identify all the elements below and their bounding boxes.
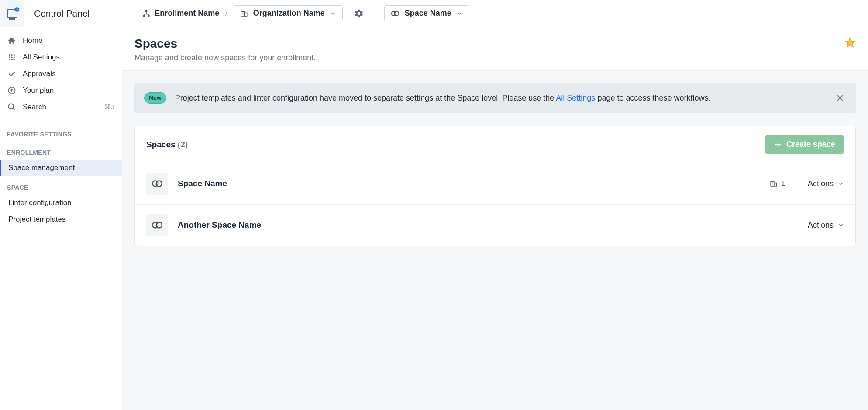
svg-point-11 <box>14 54 15 56</box>
sidebar-item-label: Your plan <box>23 86 54 95</box>
arrow-up-circle-icon <box>7 86 17 95</box>
breadcrumb-enrollment-label: Enrollment Name <box>155 9 219 18</box>
sidebar-item-label: Linter configuration <box>8 198 72 207</box>
breadcrumb: Enrollment Name / Organization Name Spac… <box>136 5 469 21</box>
space-name[interactable]: Another Space Name <box>178 220 798 230</box>
svg-marker-22 <box>845 38 855 47</box>
divider <box>2 120 115 120</box>
space-icon <box>391 10 400 17</box>
breadcrumb-organization-label: Organization Name <box>253 9 325 18</box>
space-row: Another Space Name Actions <box>135 205 855 246</box>
create-space-button[interactable]: Create space <box>765 135 844 154</box>
close-icon <box>836 94 844 102</box>
favorite-button[interactable] <box>844 37 856 48</box>
breadcrumb-enrollment[interactable]: Enrollment Name <box>142 9 219 18</box>
sidebar-heading-space: SPACE <box>0 176 122 195</box>
app-title: Control Panel <box>24 8 99 19</box>
sidebar-item-search[interactable]: Search ⌘J <box>0 99 122 115</box>
svg-point-12 <box>9 56 10 58</box>
organization-icon <box>240 10 248 17</box>
check-icon <box>7 69 17 78</box>
org-count: 1 <box>770 179 785 188</box>
main: Spaces Manage and create new spaces for … <box>122 27 868 410</box>
actions-menu[interactable]: Actions <box>808 221 844 230</box>
svg-point-16 <box>11 59 12 60</box>
org-count-value: 1 <box>781 179 785 188</box>
svg-rect-30 <box>774 183 776 187</box>
gear-icon <box>14 7 20 13</box>
sidebar-item-label: Project templates <box>8 215 65 223</box>
sidebar-item-your-plan[interactable]: Your plan <box>0 82 122 99</box>
svg-point-17 <box>14 59 15 60</box>
chevron-down-icon <box>330 10 336 17</box>
sidebar-heading-enrollment: ENROLLMENT <box>0 141 122 160</box>
svg-rect-0 <box>145 10 148 12</box>
chevron-down-icon <box>838 181 844 187</box>
actions-label: Actions <box>808 221 834 230</box>
breadcrumb-space[interactable]: Space Name <box>384 5 469 21</box>
sidebar-item-all-settings[interactable]: All Settings <box>0 49 122 66</box>
svg-line-21 <box>13 108 15 110</box>
close-button[interactable] <box>834 92 846 104</box>
sidebar-item-space-management[interactable]: Space management <box>0 160 122 176</box>
actions-label: Actions <box>808 179 834 188</box>
home-icon <box>7 36 17 45</box>
svg-point-34 <box>156 222 162 228</box>
grid-icon <box>7 53 17 61</box>
actions-menu[interactable]: Actions <box>808 179 844 188</box>
breadcrumb-separator: / <box>225 10 227 17</box>
panel-title: Spaces (2) <box>146 140 188 149</box>
sidebar-item-label: Space management <box>8 163 75 172</box>
notice-text: Project templates and linter configurati… <box>175 92 825 104</box>
svg-point-13 <box>11 56 12 58</box>
panel-count: (2) <box>178 140 188 149</box>
space-icon <box>146 173 168 195</box>
breadcrumb-space-label: Space Name <box>405 9 451 18</box>
svg-point-28 <box>156 181 162 187</box>
sidebar: Home All Settings Approvals Your plan Se… <box>0 27 122 410</box>
svg-rect-2 <box>148 15 150 17</box>
topbar: Control Panel Enrollment Name / Organiza… <box>0 0 868 27</box>
sidebar-item-project-templates[interactable]: Project templates <box>0 211 122 228</box>
svg-point-20 <box>9 104 14 109</box>
sitemap-icon <box>142 10 150 17</box>
app-logo[interactable] <box>0 0 24 27</box>
svg-point-9 <box>9 54 10 56</box>
page-header: Spaces Manage and create new spaces for … <box>122 27 868 70</box>
panel-header: Spaces (2) Create space <box>135 126 855 163</box>
svg-rect-4 <box>245 13 247 16</box>
svg-rect-1 <box>143 15 145 17</box>
search-icon <box>7 103 17 111</box>
space-row: Space Name 1 Actions <box>135 163 855 205</box>
organization-icon <box>770 180 778 188</box>
space-name[interactable]: Space Name <box>178 179 760 188</box>
page-title: Spaces <box>134 37 316 51</box>
svg-point-14 <box>14 56 15 58</box>
create-space-label: Create space <box>786 140 835 149</box>
svg-point-10 <box>11 54 12 56</box>
spaces-panel: Spaces (2) Create space Space Name <box>134 126 856 246</box>
sidebar-item-home[interactable]: Home <box>0 32 122 49</box>
chevron-down-icon <box>838 222 844 228</box>
sidebar-item-label: Search <box>23 103 46 111</box>
svg-point-15 <box>9 59 10 60</box>
space-icon <box>146 214 168 236</box>
page-subtitle: Manage and create new spaces for your en… <box>134 53 316 63</box>
sidebar-heading-favorites: FAVORITE SETTINGS <box>0 123 122 141</box>
info-notice: New Project templates and linter configu… <box>134 83 856 113</box>
breadcrumb-organization[interactable]: Organization Name <box>234 5 343 21</box>
plus-icon <box>774 141 782 149</box>
sidebar-item-approvals[interactable]: Approvals <box>0 66 122 82</box>
sidebar-item-label: All Settings <box>23 53 60 62</box>
chevron-down-icon <box>457 10 463 17</box>
sidebar-item-label: Home <box>23 36 42 45</box>
all-settings-link[interactable]: All Settings <box>556 94 595 102</box>
divider <box>129 5 129 22</box>
svg-point-8 <box>394 11 399 16</box>
new-badge: New <box>144 92 166 104</box>
keyboard-shortcut: ⌘J <box>104 103 115 111</box>
sidebar-item-label: Approvals <box>23 69 56 78</box>
sidebar-item-linter-configuration[interactable]: Linter configuration <box>0 195 122 211</box>
divider <box>375 6 375 21</box>
settings-button[interactable] <box>351 6 366 21</box>
